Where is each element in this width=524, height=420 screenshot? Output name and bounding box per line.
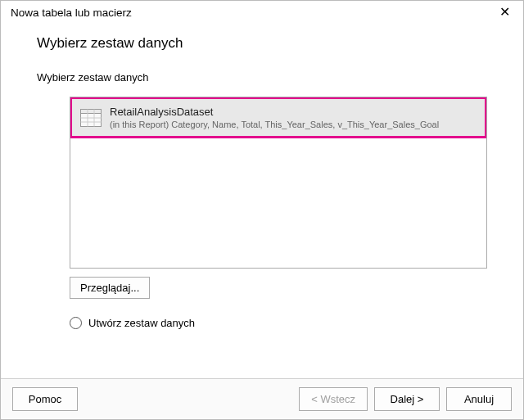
- footer-right: < Wstecz Dalej > Anuluj: [299, 387, 512, 411]
- footer-left: Pomoc: [12, 387, 78, 411]
- section-label: Wybierz zestaw danych: [37, 71, 487, 84]
- radio-icon[interactable]: [70, 317, 82, 329]
- dataset-list[interactable]: RetailAnalysisDataset (in this Report) C…: [70, 97, 487, 269]
- dialog-window: Nowa tabela lub macierz ✕ Wybierz zestaw…: [0, 0, 524, 420]
- help-button[interactable]: Pomoc: [12, 387, 78, 411]
- back-button: < Wstecz: [299, 387, 368, 411]
- dataset-area: RetailAnalysisDataset (in this Report) C…: [70, 97, 487, 299]
- window-title: Nowa tabela lub macierz: [11, 7, 132, 19]
- dataset-name: RetailAnalysisDataset: [110, 106, 439, 118]
- next-button[interactable]: Dalej >: [374, 387, 440, 411]
- browse-button[interactable]: Przeglądaj...: [70, 277, 150, 299]
- dialog-content: Wybierz zestaw danych Wybierz zestaw dan…: [1, 22, 523, 378]
- create-dataset-label: Utwórz zestaw danych: [88, 317, 195, 329]
- page-heading: Wybierz zestaw danych: [37, 35, 487, 52]
- dataset-text: RetailAnalysisDataset (in this Report) C…: [110, 106, 439, 129]
- table-icon: [80, 109, 102, 127]
- dataset-fields: (in this Report) Category, Name, Total, …: [110, 120, 439, 129]
- close-icon[interactable]: ✕: [495, 6, 515, 19]
- cancel-button[interactable]: Anuluj: [446, 387, 512, 411]
- dataset-item[interactable]: RetailAnalysisDataset (in this Report) C…: [72, 99, 485, 136]
- svg-rect-1: [81, 109, 102, 113]
- titlebar: Nowa tabela lub macierz ✕: [1, 1, 523, 22]
- selected-highlight: RetailAnalysisDataset (in this Report) C…: [70, 97, 487, 138]
- dialog-footer: Pomoc < Wstecz Dalej > Anuluj: [1, 378, 523, 419]
- create-dataset-option[interactable]: Utwórz zestaw danych: [70, 317, 487, 329]
